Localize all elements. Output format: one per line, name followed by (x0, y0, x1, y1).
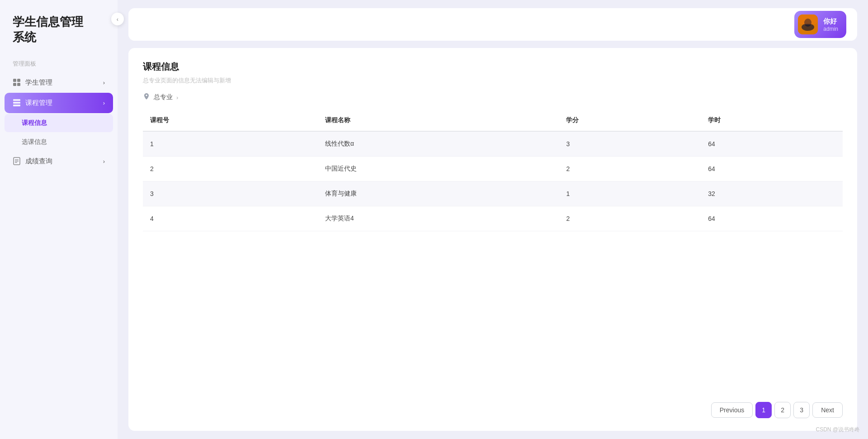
sidebar-item-student-mgmt[interactable]: 学生管理 › (0, 72, 118, 93)
sidebar-item-student-mgmt-label: 学生管理 (25, 78, 52, 87)
watermark: CSDN @说书咚咚 (816, 426, 860, 434)
main-content: 你好 admin 课程信息 总专业页面的信息无法编辑与新增 总专业 › 课程号 (118, 0, 868, 439)
cell-credit: 2 (559, 157, 701, 181)
user-badge[interactable]: 你好 admin (794, 11, 846, 38)
svg-rect-1 (17, 79, 20, 82)
sidebar-subitem-course-select-label: 选课信息 (22, 138, 47, 146)
sidebar-collapse-button[interactable]: ‹ (111, 13, 124, 25)
sidebar-item-score-query[interactable]: 成绩查询 › (0, 151, 118, 172)
table-container: 课程号 课程名称 学分 学时 1线性代数α3642中国近代史2643体育与健康1… (143, 110, 843, 391)
cell-credit: 2 (559, 206, 701, 231)
cell-id: 3 (143, 181, 318, 206)
cell-hours: 32 (701, 181, 843, 206)
svg-rect-4 (13, 99, 20, 101)
next-button[interactable]: Next (812, 402, 843, 418)
sidebar-item-course-mgmt[interactable]: 课程管理 › (5, 93, 113, 113)
col-header-name: 课程名称 (318, 110, 559, 131)
breadcrumb-text: 总专业 (154, 93, 173, 101)
sidebar-item-score-query-label: 成绩查询 (25, 157, 52, 166)
svg-rect-3 (17, 83, 20, 86)
cell-name: 中国近代史 (318, 157, 559, 181)
previous-button[interactable]: Previous (711, 402, 753, 418)
sidebar: 学生信息管理 系统 ‹ 管理面板 学生管理 › 课程管理 › 课程信息 (0, 0, 118, 439)
sidebar-item-course-mgmt-label: 课程管理 (25, 99, 52, 107)
table-row: 4大学英语4264 (143, 206, 843, 231)
svg-rect-14 (798, 14, 818, 24)
cell-name: 大学英语4 (318, 206, 559, 231)
svg-rect-5 (13, 102, 20, 104)
header-bar: 你好 admin (128, 8, 857, 41)
user-info: 你好 admin (823, 17, 838, 32)
svg-rect-0 (13, 79, 16, 82)
user-role: admin (823, 26, 838, 32)
table-row: 1线性代数α364 (143, 131, 843, 157)
col-header-credit: 学分 (559, 110, 701, 131)
sidebar-subitem-course-select[interactable]: 选课信息 (0, 133, 118, 151)
sidebar-subitem-course-info-label: 课程信息 (22, 119, 47, 127)
page-1-button[interactable]: 1 (755, 402, 772, 418)
cell-hours: 64 (701, 131, 843, 157)
location-icon (143, 93, 150, 102)
svg-rect-2 (13, 83, 16, 86)
breadcrumb: 总专业 › (143, 93, 843, 102)
sidebar-section-label: 管理面板 (0, 60, 118, 68)
page-2-button[interactable]: 2 (774, 402, 791, 418)
avatar (798, 14, 818, 34)
chevron-right-icon: › (103, 79, 105, 86)
col-header-id: 课程号 (143, 110, 318, 131)
chevron-right-score-icon: › (103, 158, 105, 165)
user-greeting: 你好 (823, 17, 838, 26)
pagination: Previous 1 2 3 Next (143, 402, 843, 418)
table-row: 3体育与健康132 (143, 181, 843, 206)
course-table: 课程号 课程名称 学分 学时 1线性代数α3642中国近代史2643体育与健康1… (143, 110, 843, 231)
cell-id: 4 (143, 206, 318, 231)
chevron-right-active-icon: › (103, 100, 105, 106)
table-icon (13, 99, 21, 107)
sidebar-subitem-course-info[interactable]: 课程信息 (5, 114, 113, 132)
card-subtitle: 总专业页面的信息无法编辑与新增 (143, 76, 843, 85)
page-3-button[interactable]: 3 (793, 402, 810, 418)
grid-icon (13, 78, 21, 86)
cell-credit: 3 (559, 131, 701, 157)
table-row: 2中国近代史264 (143, 157, 843, 181)
cell-hours: 64 (701, 206, 843, 231)
col-header-hours: 学时 (701, 110, 843, 131)
card-title: 课程信息 (143, 61, 843, 73)
breadcrumb-arrow-icon: › (176, 94, 178, 101)
cell-name: 线性代数α (318, 131, 559, 157)
svg-rect-6 (13, 105, 20, 106)
cell-id: 2 (143, 157, 318, 181)
cell-hours: 64 (701, 157, 843, 181)
cell-name: 体育与健康 (318, 181, 559, 206)
cell-id: 1 (143, 131, 318, 157)
content-card: 课程信息 总专业页面的信息无法编辑与新增 总专业 › 课程号 课程名称 学分 (128, 48, 857, 431)
sidebar-title: 学生信息管理 系统 (0, 14, 118, 45)
cell-credit: 1 (559, 181, 701, 206)
doc-icon (13, 157, 21, 165)
